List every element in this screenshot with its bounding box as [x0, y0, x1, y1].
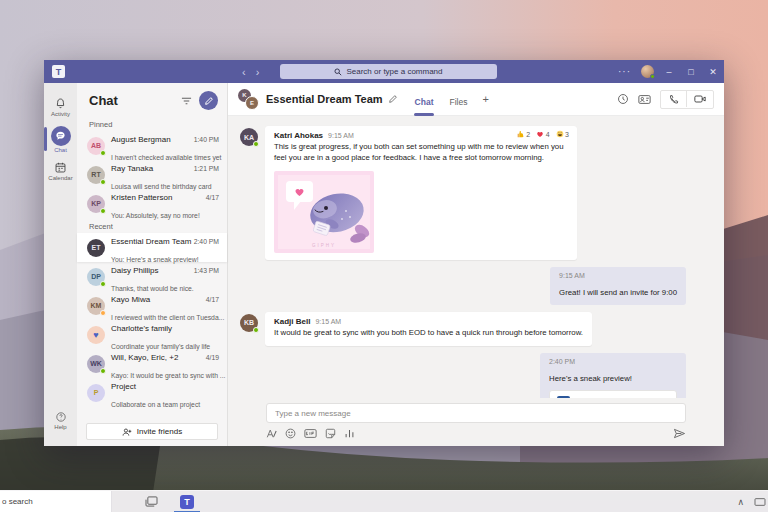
status-available	[100, 368, 106, 374]
message-kadji: KB Kadji Bell 9:15 AM It would be great …	[240, 312, 686, 346]
reaction-thumbs-up[interactable]: 2	[517, 130, 530, 138]
chat-name: Charlotte's family	[111, 324, 172, 333]
emoji-icon[interactable]	[285, 428, 296, 439]
phone-icon	[668, 94, 679, 105]
conversation-header: KE Essential Dream Team Chat Files +	[228, 83, 724, 116]
gif-watermark: GIPHY	[312, 243, 336, 248]
message-bubble[interactable]: Kadji Bell 9:15 AM It would be great to …	[265, 312, 592, 346]
chat-time: 4/17	[206, 194, 219, 201]
audio-call-button[interactable]	[661, 91, 686, 108]
avatar: KM	[87, 297, 105, 315]
bell-icon	[54, 97, 67, 110]
rail-item-chat[interactable]: Chat	[44, 123, 77, 155]
new-chat-button[interactable]	[199, 91, 218, 110]
command-search-box[interactable]: Search or type a command	[280, 64, 497, 79]
chat-list-title: Chat	[89, 93, 118, 108]
chat-row-kristen-patterson[interactable]: KP Kristen Patterson You: Absolutely, sa…	[77, 189, 227, 218]
video-call-button[interactable]	[686, 91, 713, 107]
chat-time: 1:21 PM	[194, 165, 219, 172]
message-bubble[interactable]: Katri Ahokas 9:15 AM 2	[265, 126, 577, 260]
laugh-emoji-icon	[556, 130, 564, 138]
add-people-icon[interactable]	[638, 94, 651, 105]
status-available	[100, 208, 106, 214]
rail-item-activity[interactable]: Activity	[44, 91, 77, 123]
narwhal-gif[interactable]: GIPHY	[274, 171, 374, 253]
avatar: ET	[87, 239, 105, 257]
chat-name: Kristen Patterson	[111, 193, 172, 202]
avatar: DP	[87, 268, 105, 286]
message-input[interactable]	[266, 403, 686, 423]
tab-files[interactable]: Files	[448, 87, 468, 116]
nav-forward-button[interactable]: ›	[256, 66, 260, 78]
taskbar-search-box[interactable]: o search	[0, 491, 112, 512]
taskbar-tray-caret[interactable]: ∧	[737, 497, 744, 507]
chat-name: Will, Kayo, Eric, +2	[111, 353, 178, 362]
add-tab-button[interactable]: +	[482, 93, 488, 113]
reaction-laugh[interactable]: 3	[556, 130, 569, 138]
conversation-title: Essential Dream Team	[266, 93, 383, 105]
nav-back-button[interactable]: ‹	[242, 66, 246, 78]
message-time: 9:15 AM	[559, 272, 677, 279]
task-view-icon	[145, 496, 158, 507]
rail-item-help[interactable]: Help	[44, 404, 77, 436]
rail-item-calendar[interactable]: Calendar	[44, 155, 77, 187]
heart-icon	[536, 130, 544, 138]
minimize-button[interactable]: –	[658, 60, 680, 83]
chat-icon	[51, 126, 71, 146]
task-view-button[interactable]	[140, 491, 162, 512]
invite-friends-button[interactable]: Invite friends	[86, 423, 218, 440]
teams-window: T ‹ › Search or type a command ··· – □ ✕	[44, 60, 724, 446]
message-outgoing-invite[interactable]: 9:15 AM Great! I will send an invite for…	[550, 267, 686, 305]
avatar-kadji: KB	[240, 314, 258, 332]
desktop: { "colors": { "accent": "#6264a7", "titl…	[0, 0, 768, 512]
window-titlebar: T ‹ › Search or type a command ··· – □ ✕	[44, 60, 724, 83]
message-text: Here's a sneak preview!	[549, 374, 632, 383]
message-katri: KA Katri Ahokas 9:15 AM	[240, 126, 686, 260]
poll-icon[interactable]	[344, 428, 355, 439]
send-button[interactable]	[673, 428, 686, 439]
heart-avatar: ♥	[87, 326, 105, 344]
tab-chat[interactable]: Chat	[414, 87, 435, 116]
reaction-heart[interactable]: 4	[536, 130, 549, 138]
schedule-meeting-icon[interactable]	[617, 93, 629, 105]
filter-icon[interactable]	[181, 96, 192, 106]
taskbar-search-text: o search	[2, 497, 33, 506]
sticker-icon[interactable]	[325, 428, 336, 439]
message-time: 2:40 PM	[549, 358, 677, 365]
chat-name: Daisy Phillips	[111, 266, 159, 275]
reactions[interactable]: 2 4	[517, 130, 569, 138]
chat-preview: Collaborate on a team project	[111, 401, 200, 408]
chat-time: 1:40 PM	[194, 136, 219, 143]
person-add-icon	[122, 427, 132, 437]
close-button[interactable]: ✕	[702, 60, 724, 83]
app-rail: Activity Chat Cale	[44, 83, 77, 446]
status-available	[253, 327, 259, 333]
gif-icon[interactable]	[304, 428, 317, 439]
status-available	[100, 281, 106, 287]
group-avatar: KE	[238, 89, 259, 110]
chat-name: Essential Dream Team	[111, 237, 191, 246]
search-placeholder-text: Search or type a command	[346, 67, 442, 76]
rail-label-activity: Activity	[51, 111, 70, 117]
avatar: P	[87, 384, 105, 402]
windows-taskbar: o search T ∧	[0, 490, 768, 512]
tray-display-icon[interactable]	[754, 497, 766, 507]
message-time: 9:15 AM	[315, 318, 341, 325]
thumbs-up-icon	[517, 130, 525, 138]
sender-name: Katri Ahokas	[274, 131, 323, 140]
status-available	[100, 179, 106, 185]
chat-name: Ray Tanaka	[111, 164, 153, 173]
taskbar-teams-button[interactable]: T	[176, 491, 198, 512]
file-attachment[interactable]: W JulyPromotion.docx ···	[549, 390, 677, 398]
chat-time: 4/19	[206, 354, 219, 361]
chat-row-project[interactable]: P Project Collaborate on a team project	[77, 378, 227, 407]
format-icon[interactable]	[266, 428, 277, 439]
maximize-button[interactable]: □	[680, 60, 702, 83]
profile-avatar[interactable]	[641, 65, 654, 78]
more-options-button[interactable]: ···	[612, 66, 637, 77]
compose-area	[228, 398, 724, 447]
message-text: It would be great to sync with you both …	[274, 328, 583, 339]
edit-name-icon[interactable]	[388, 94, 398, 104]
message-outgoing-preview[interactable]: 2:40 PM Here's a sneak preview! W JulyPr…	[540, 353, 686, 398]
chat-name: Kayo Miwa	[111, 295, 150, 304]
